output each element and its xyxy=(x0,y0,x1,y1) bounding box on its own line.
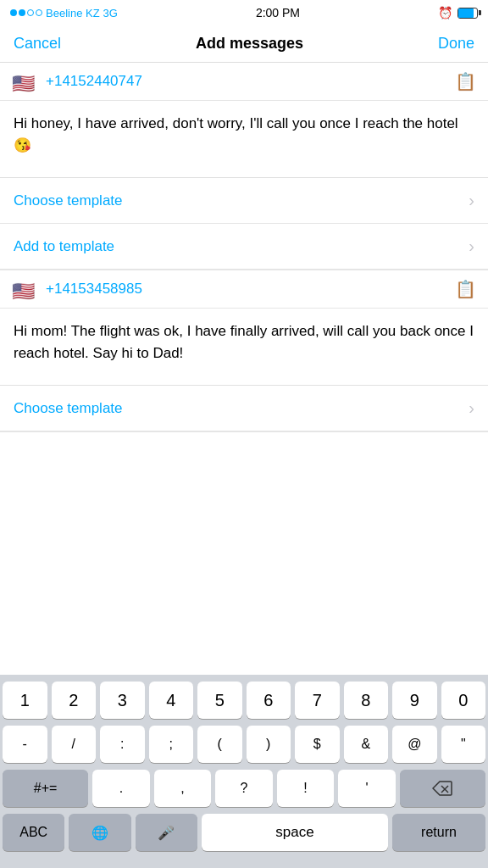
signal-dot-4 xyxy=(36,9,42,16)
message-block-1: 🇺🇸 +14152440747 📋 Hi honey, I have arriv… xyxy=(0,63,488,270)
contacts-icon-2[interactable]: 📋 xyxy=(455,279,476,299)
key-slash[interactable]: / xyxy=(52,726,97,763)
keyboard-row-bottom: ABC 🌐 🎤 space return xyxy=(3,814,485,868)
alarm-icon: ⏰ xyxy=(438,6,452,19)
battery-fill xyxy=(458,8,474,18)
choose-template-2[interactable]: Choose template › xyxy=(0,386,488,431)
choose-template-1[interactable]: Choose template › xyxy=(0,178,488,224)
key-4[interactable]: 4 xyxy=(149,682,194,719)
flag-us-2: 🇺🇸 xyxy=(12,281,37,298)
choose-template-label-1: Choose template xyxy=(14,192,123,209)
choose-template-label-2: Choose template xyxy=(14,400,123,417)
key-space[interactable]: space xyxy=(202,814,388,851)
key-return[interactable]: return xyxy=(392,814,485,851)
carrier-label: Beeline KZ xyxy=(46,7,100,19)
content-area: 🇺🇸 +14152440747 📋 Hi honey, I have arriv… xyxy=(0,63,488,675)
key-abc[interactable]: ABC xyxy=(3,814,64,851)
chevron-icon-2: › xyxy=(469,236,474,256)
battery-icon xyxy=(458,8,478,19)
phone-row-2: 🇺🇸 +14153458985 📋 xyxy=(0,270,488,309)
key-globe[interactable]: 🌐 xyxy=(69,814,130,851)
chevron-icon-1: › xyxy=(469,191,474,210)
signal-dot-1 xyxy=(10,9,17,16)
status-bar: Beeline KZ 3G 2:00 PM ⏰ xyxy=(0,0,488,25)
key-5[interactable]: 5 xyxy=(197,682,242,719)
key-semicolon[interactable]: ; xyxy=(149,726,194,763)
key-0[interactable]: 0 xyxy=(441,682,486,719)
message-text-area-2[interactable]: Hi mom! The flight was ok, I have finall… xyxy=(0,309,488,385)
key-dollar[interactable]: $ xyxy=(295,726,340,763)
phone-number-2: +14153458985 xyxy=(46,281,455,298)
key-open-paren[interactable]: ( xyxy=(197,726,242,763)
status-right: ⏰ xyxy=(438,6,478,19)
key-comma[interactable]: , xyxy=(154,770,212,807)
signal-dot-2 xyxy=(19,9,25,16)
keyboard-row-special: #+= . , ? ! ' xyxy=(3,770,485,807)
backspace-key[interactable] xyxy=(400,770,485,807)
key-8[interactable]: 8 xyxy=(344,682,389,719)
key-colon[interactable]: : xyxy=(100,726,145,763)
signal-dot-3 xyxy=(27,9,34,16)
key-question[interactable]: ? xyxy=(215,770,273,807)
keyboard-row-symbols: - / : ; ( ) $ & @ " xyxy=(3,726,485,763)
page-title: Add messages xyxy=(196,35,303,53)
keyboard-row-numbers: 1 2 3 4 5 6 7 8 9 0 xyxy=(3,682,485,719)
key-9[interactable]: 9 xyxy=(392,682,437,719)
chevron-icon-3: › xyxy=(469,398,474,418)
key-ampersand[interactable]: & xyxy=(344,726,389,763)
phone-row-1: 🇺🇸 +14152440747 📋 xyxy=(0,63,488,101)
status-left: Beeline KZ 3G xyxy=(10,7,118,19)
key-period[interactable]: . xyxy=(92,770,150,807)
key-close-paren[interactable]: ) xyxy=(247,726,291,763)
keyboard: 1 2 3 4 5 6 7 8 9 0 - / : ; ( ) $ & @ " … xyxy=(0,675,488,868)
network-label: 3G xyxy=(103,7,118,19)
message-text-area-1[interactable]: Hi honey, I have arrived, don't worry, I… xyxy=(0,101,488,177)
flag-us-1: 🇺🇸 xyxy=(12,73,37,90)
key-7[interactable]: 7 xyxy=(295,682,340,719)
add-to-template-1[interactable]: Add to template › xyxy=(0,224,488,270)
key-2[interactable]: 2 xyxy=(52,682,97,719)
contacts-icon-1[interactable]: 📋 xyxy=(455,71,476,92)
key-mic[interactable]: 🎤 xyxy=(136,814,197,851)
status-time: 2:00 PM xyxy=(256,6,300,19)
message-text-1: Hi honey, I have arrived, don't worry, I… xyxy=(14,115,458,153)
key-dash[interactable]: - xyxy=(3,726,47,763)
key-hashplusEquals[interactable]: #+= xyxy=(3,770,88,807)
message-block-2: 🇺🇸 +14153458985 📋 Hi mom! The flight was… xyxy=(0,270,488,432)
key-exclaim[interactable]: ! xyxy=(277,770,335,807)
done-button[interactable]: Done xyxy=(438,35,474,53)
cancel-button[interactable]: Cancel xyxy=(14,35,61,53)
key-3[interactable]: 3 xyxy=(100,682,145,719)
key-at[interactable]: @ xyxy=(392,726,437,763)
key-1[interactable]: 1 xyxy=(3,682,47,719)
signal-dots xyxy=(10,9,42,16)
key-quote[interactable]: " xyxy=(441,726,486,763)
key-6[interactable]: 6 xyxy=(247,682,291,719)
message-text-2: Hi mom! The flight was ok, I have finall… xyxy=(14,323,474,361)
nav-bar: Cancel Add messages Done xyxy=(0,25,488,63)
add-to-template-label-1: Add to template xyxy=(14,238,114,255)
key-apostrophe[interactable]: ' xyxy=(338,770,396,807)
phone-number-1: +14152440747 xyxy=(46,73,455,90)
